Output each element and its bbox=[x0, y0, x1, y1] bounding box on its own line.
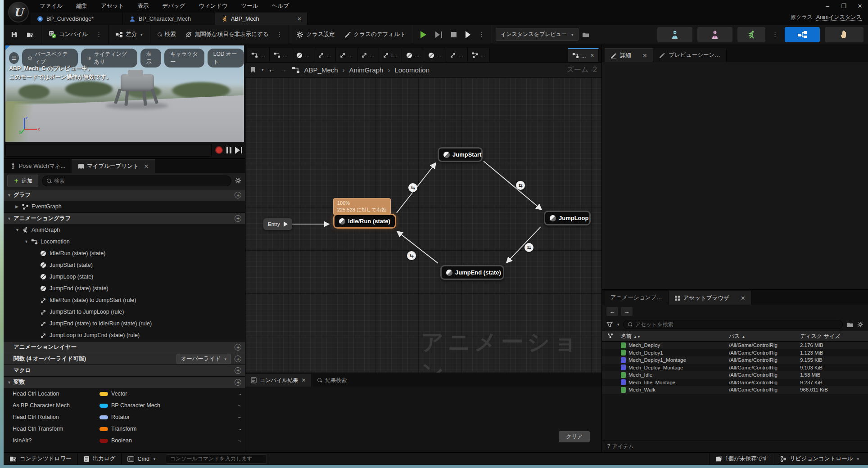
tree-item[interactable]: JumpStart (state) bbox=[4, 259, 245, 271]
state-node-jump-loop[interactable]: JumpLoop bbox=[544, 211, 591, 225]
close-icon[interactable]: ✕ bbox=[590, 53, 594, 58]
browser-forward-button[interactable]: → bbox=[621, 307, 633, 316]
column-path[interactable]: パス▲ bbox=[729, 333, 800, 340]
lod-auto-button[interactable]: LOD オート bbox=[208, 49, 244, 68]
tree-section-16[interactable]: ▼変数＋ bbox=[4, 376, 245, 388]
graph-doc-tab-10[interactable]: … bbox=[468, 48, 490, 62]
hide-unrelated-kebab[interactable]: ⋮ bbox=[275, 31, 284, 38]
state-node-jump-end[interactable]: JumpEnd (state) bbox=[440, 265, 504, 280]
console-command-input[interactable]: コンソールコマンドを入力します bbox=[166, 454, 267, 464]
close-icon[interactable]: ✕ bbox=[642, 52, 647, 59]
animation-mode-kebab[interactable]: ⋮ bbox=[770, 31, 780, 38]
tree-item[interactable]: Idle/Run (state) to JumpStart (rule) bbox=[4, 294, 245, 306]
transition-rule-node-3[interactable]: ⇆ bbox=[407, 251, 416, 260]
step-forward-button[interactable] bbox=[235, 147, 242, 154]
override-dropdown[interactable]: オーバーライド▾ bbox=[176, 354, 231, 364]
tree-item[interactable]: JumpEnd (state) to Idle/Run (state) (rul… bbox=[4, 318, 245, 329]
graph-doc-tab-9[interactable]: … bbox=[446, 48, 468, 62]
menu-2[interactable]: アセット bbox=[95, 0, 129, 12]
transition-rule-node-2[interactable]: ⇆ bbox=[524, 243, 533, 252]
close-button[interactable]: ✕ bbox=[852, 0, 868, 11]
tab-preview-scene[interactable]: プレビューシーン… bbox=[653, 48, 726, 62]
hide-unrelated-button[interactable]: 無関係な項目を非表示にする bbox=[182, 28, 271, 41]
transition-rule-node-1[interactable]: ⇆ bbox=[516, 181, 525, 190]
unsaved-indicator[interactable]: 1個が未保存です bbox=[709, 453, 774, 465]
menu-6[interactable]: ツール bbox=[235, 0, 263, 12]
class-defaults-button[interactable]: クラスのデフォルト bbox=[341, 28, 408, 41]
tree-section-13[interactable]: アニメーションレイヤー＋ bbox=[4, 341, 245, 353]
variable-visibility-icon[interactable]: ~ bbox=[238, 437, 241, 444]
clear-button[interactable]: クリア bbox=[559, 431, 590, 442]
save-button[interactable] bbox=[8, 28, 20, 40]
add-in-section-icon[interactable]: ＋ bbox=[235, 379, 241, 386]
column-type-icon[interactable] bbox=[602, 333, 621, 340]
graph-doc-tab-4[interactable]: … bbox=[336, 48, 357, 62]
variable-row[interactable]: As BP Character MechBP Character Mech~ bbox=[4, 400, 245, 411]
menu-7[interactable]: ヘルプ bbox=[267, 0, 294, 12]
asset-row-Mech_Deploy1[interactable]: Mech_Deploy1/All/Game/ControlRig1.123 Mi… bbox=[602, 349, 868, 357]
output-log-button[interactable]: 出力ログ bbox=[78, 453, 122, 465]
asset-search[interactable]: アセットを検索 bbox=[623, 320, 843, 329]
add-button[interactable]: ＋追加 bbox=[7, 175, 38, 187]
graph-doc-tab-6[interactable]: I… bbox=[379, 48, 402, 62]
record-button[interactable] bbox=[215, 146, 223, 154]
graph-mode-button[interactable] bbox=[785, 27, 820, 42]
compile-results-search[interactable]: 結果検索 bbox=[311, 374, 353, 387]
variable-row[interactable]: Head Ctrl LocationVector~ bbox=[4, 388, 245, 400]
character-menu-button[interactable]: キャラクター bbox=[164, 49, 204, 68]
column-size[interactable]: ディスク サイズ bbox=[800, 333, 868, 340]
maximize-button[interactable]: ❐ bbox=[836, 0, 852, 11]
add-in-section-icon[interactable]: ＋ bbox=[235, 192, 241, 198]
tree-item[interactable]: JumpLoop to JumpEnd (state) (rule) bbox=[4, 329, 245, 341]
variable-visibility-icon[interactable]: ~ bbox=[238, 391, 241, 397]
tree-item[interactable]: JumpLoop (state) bbox=[4, 271, 245, 283]
browse-button[interactable] bbox=[24, 29, 36, 40]
breadcrumb-animgraph[interactable]: AnimGraph bbox=[349, 66, 384, 74]
tab-asset-browser[interactable]: アセットブラウザ ✕ bbox=[669, 291, 752, 305]
tree-section-14[interactable]: 関数 (4 オーバーライド可能)オーバーライド▾＋ bbox=[4, 353, 245, 364]
class-settings-button[interactable]: クラス設定 bbox=[294, 28, 337, 41]
bookmark-icon[interactable] bbox=[250, 67, 256, 73]
cmd-dropdown[interactable]: Cmd▾ bbox=[122, 453, 161, 465]
tab-my-blueprint[interactable]: マイブループリント✕ bbox=[72, 159, 155, 173]
preview-viewport[interactable]: ☰ パースペクティブ ライティングあり 表示 キャラクター LOD オート AB… bbox=[5, 45, 244, 142]
tree-item[interactable]: ▼AnimGraph bbox=[4, 224, 245, 236]
entry-node[interactable]: Entry bbox=[263, 218, 292, 230]
menu-3[interactable]: 表示 bbox=[132, 0, 154, 12]
graph-doc-tab-7[interactable]: … bbox=[402, 48, 424, 62]
tab-pose-watch[interactable]: Pose Watchマネ... bbox=[4, 159, 72, 173]
pause-button[interactable] bbox=[226, 147, 231, 153]
mesh-mode-button[interactable] bbox=[697, 27, 732, 42]
column-name[interactable]: 名前▲▼ bbox=[621, 333, 729, 340]
nav-forward-button[interactable]: → bbox=[280, 66, 287, 74]
stop-button[interactable] bbox=[448, 29, 459, 40]
frame-advance-button[interactable] bbox=[463, 28, 473, 41]
folder-view-icon[interactable] bbox=[846, 322, 854, 328]
asset-row-Mech_Deploy_Montage[interactable]: Mech_Deploy_Montage/All/Game/ControlRig9… bbox=[602, 364, 868, 372]
tree-item[interactable]: Idle/Run (state) (state) bbox=[4, 248, 245, 259]
close-icon[interactable]: ✕ bbox=[297, 16, 302, 22]
asset-row-Mech_Deploy1_Montage[interactable]: Mech_Deploy1_Montage/All/Game/ControlRig… bbox=[602, 356, 868, 364]
asset-row-Mech_Idle[interactable]: Mech_Idle/All/Game/ControlRig1.58 MiB bbox=[602, 371, 868, 379]
state-node-idle-run[interactable]: Idle/Run (state) bbox=[333, 214, 396, 229]
close-icon[interactable]: ✕ bbox=[301, 377, 306, 383]
compile-button[interactable]: コンパイル bbox=[46, 28, 90, 41]
add-in-section-icon[interactable]: ＋ bbox=[235, 356, 241, 362]
asset-row-Mech_Deploy[interactable]: Mech_Deploy/All/Game/ControlRig2.176 MiB bbox=[602, 342, 868, 349]
asset-tab-ABP_Mech[interactable]: ABP_Mech✕ bbox=[215, 13, 307, 25]
graph-doc-tab-11[interactable]: …✕ bbox=[568, 48, 599, 62]
add-in-section-icon[interactable]: ＋ bbox=[235, 367, 241, 374]
minimize-button[interactable]: – bbox=[819, 0, 836, 11]
filter-chevron-icon[interactable]: ▾ bbox=[617, 322, 619, 327]
tree-section-15[interactable]: マクロ＋ bbox=[4, 364, 245, 376]
variable-row[interactable]: IsInAir?Boolean~ bbox=[4, 435, 245, 446]
tree-item[interactable]: ▼Locomotion bbox=[4, 236, 245, 248]
graph-doc-tab-8[interactable]: … bbox=[424, 48, 446, 62]
bookmark-chevron-icon[interactable]: ▾ bbox=[262, 68, 264, 72]
my-blueprint-search[interactable]: 検索 bbox=[42, 176, 231, 186]
diff-button[interactable]: 差分▾ bbox=[113, 28, 145, 41]
play-options-kebab[interactable]: ⋮ bbox=[477, 31, 486, 38]
preview-instance-dropdown[interactable]: インスタンスをプレビュー▾ bbox=[496, 28, 579, 41]
skeleton-mode-button[interactable] bbox=[657, 27, 692, 42]
graph-doc-tab-0[interactable]: … bbox=[247, 48, 270, 62]
